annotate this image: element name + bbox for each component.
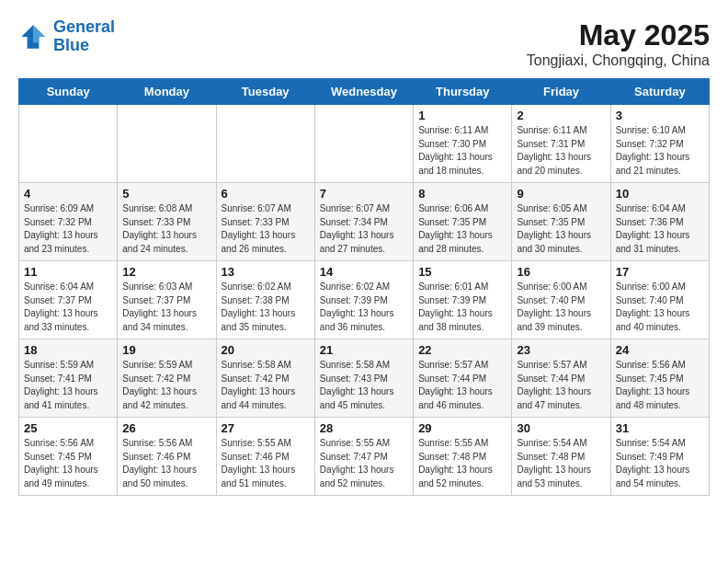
day-number: 30	[517, 421, 605, 435]
day-number: 4	[24, 187, 112, 201]
day-cell: 3Sunrise: 6:10 AM Sunset: 7:32 PM Daylig…	[610, 105, 709, 183]
day-cell: 27Sunrise: 5:55 AM Sunset: 7:46 PM Dayli…	[216, 418, 314, 496]
day-number: 19	[122, 343, 210, 357]
day-cell: 28Sunrise: 5:55 AM Sunset: 7:47 PM Dayli…	[314, 418, 413, 496]
day-cell: 29Sunrise: 5:55 AM Sunset: 7:48 PM Dayli…	[414, 418, 512, 496]
day-cell: 1Sunrise: 6:11 AM Sunset: 7:30 PM Daylig…	[414, 105, 512, 183]
day-cell: 6Sunrise: 6:07 AM Sunset: 7:33 PM Daylig…	[216, 183, 314, 261]
day-info: Sunrise: 5:57 AM Sunset: 7:44 PM Dayligh…	[418, 359, 506, 412]
day-cell: 11Sunrise: 6:04 AM Sunset: 7:37 PM Dayli…	[19, 261, 118, 339]
day-cell: 5Sunrise: 6:08 AM Sunset: 7:33 PM Daylig…	[118, 183, 216, 261]
weekday-header-monday: Monday	[118, 79, 216, 105]
day-number: 31	[616, 421, 704, 435]
week-row-5: 25Sunrise: 5:56 AM Sunset: 7:45 PM Dayli…	[19, 418, 710, 496]
day-cell: 12Sunrise: 6:03 AM Sunset: 7:37 PM Dayli…	[118, 261, 216, 339]
day-info: Sunrise: 6:00 AM Sunset: 7:40 PM Dayligh…	[517, 281, 605, 334]
day-cell: 21Sunrise: 5:58 AM Sunset: 7:43 PM Dayli…	[314, 339, 413, 418]
day-number: 21	[320, 343, 408, 357]
day-cell: 17Sunrise: 6:00 AM Sunset: 7:40 PM Dayli…	[610, 261, 709, 339]
week-row-1: 1Sunrise: 6:11 AM Sunset: 7:30 PM Daylig…	[19, 105, 710, 183]
weekday-header-tuesday: Tuesday	[216, 79, 314, 105]
day-number: 15	[418, 265, 506, 279]
day-number: 6	[222, 187, 310, 201]
day-cell: 15Sunrise: 6:01 AM Sunset: 7:39 PM Dayli…	[414, 261, 512, 339]
day-cell: 26Sunrise: 5:56 AM Sunset: 7:46 PM Dayli…	[118, 418, 216, 496]
svg-marker-1	[33, 25, 45, 42]
day-number: 29	[418, 421, 506, 435]
weekday-header-wednesday: Wednesday	[314, 79, 413, 105]
day-info: Sunrise: 6:01 AM Sunset: 7:39 PM Dayligh…	[418, 281, 506, 334]
week-row-3: 11Sunrise: 6:04 AM Sunset: 7:37 PM Dayli…	[19, 261, 710, 339]
day-info: Sunrise: 6:06 AM Sunset: 7:35 PM Dayligh…	[418, 202, 506, 256]
day-info: Sunrise: 6:03 AM Sunset: 7:37 PM Dayligh…	[122, 281, 210, 334]
day-cell: 10Sunrise: 6:04 AM Sunset: 7:36 PM Dayli…	[610, 183, 709, 261]
day-info: Sunrise: 6:04 AM Sunset: 7:36 PM Dayligh…	[616, 202, 704, 256]
day-info: Sunrise: 6:09 AM Sunset: 7:32 PM Dayligh…	[24, 202, 112, 256]
day-info: Sunrise: 6:04 AM Sunset: 7:37 PM Dayligh…	[24, 281, 112, 334]
day-number: 23	[517, 343, 605, 357]
day-cell: 18Sunrise: 5:59 AM Sunset: 7:41 PM Dayli…	[19, 339, 118, 418]
day-cell	[118, 105, 216, 183]
day-info: Sunrise: 6:11 AM Sunset: 7:30 PM Dayligh…	[418, 124, 506, 178]
day-info: Sunrise: 5:57 AM Sunset: 7:44 PM Dayligh…	[517, 359, 605, 412]
day-cell: 7Sunrise: 6:07 AM Sunset: 7:34 PM Daylig…	[314, 183, 413, 261]
day-cell: 14Sunrise: 6:02 AM Sunset: 7:39 PM Dayli…	[314, 261, 413, 339]
location-title: Tongjiaxi, Chongqing, China	[527, 52, 710, 69]
day-cell: 20Sunrise: 5:58 AM Sunset: 7:42 PM Dayli…	[216, 339, 314, 418]
day-number: 12	[122, 265, 210, 279]
day-number: 24	[616, 343, 704, 357]
day-cell: 8Sunrise: 6:06 AM Sunset: 7:35 PM Daylig…	[414, 183, 512, 261]
day-cell	[216, 105, 314, 183]
page-header: General Blue May 2025 Tongjiaxi, Chongqi…	[18, 18, 710, 69]
day-info: Sunrise: 5:54 AM Sunset: 7:49 PM Dayligh…	[616, 437, 704, 490]
day-cell: 22Sunrise: 5:57 AM Sunset: 7:44 PM Dayli…	[414, 339, 512, 418]
day-number: 13	[222, 265, 310, 279]
day-number: 27	[222, 421, 310, 435]
day-number: 20	[222, 343, 310, 357]
day-info: Sunrise: 6:11 AM Sunset: 7:31 PM Dayligh…	[517, 124, 605, 178]
day-info: Sunrise: 6:08 AM Sunset: 7:33 PM Dayligh…	[122, 202, 210, 256]
weekday-header-thursday: Thursday	[414, 79, 512, 105]
week-row-2: 4Sunrise: 6:09 AM Sunset: 7:32 PM Daylig…	[19, 183, 710, 261]
day-number: 16	[517, 265, 605, 279]
calendar: SundayMondayTuesdayWednesdayThursdayFrid…	[18, 78, 710, 496]
day-info: Sunrise: 5:58 AM Sunset: 7:43 PM Dayligh…	[320, 359, 408, 412]
day-number: 11	[24, 265, 112, 279]
day-number: 18	[24, 343, 112, 357]
day-info: Sunrise: 6:02 AM Sunset: 7:38 PM Dayligh…	[222, 281, 310, 334]
day-cell: 25Sunrise: 5:56 AM Sunset: 7:45 PM Dayli…	[19, 418, 118, 496]
day-info: Sunrise: 6:05 AM Sunset: 7:35 PM Dayligh…	[517, 202, 605, 256]
month-title: May 2025	[527, 18, 710, 52]
day-number: 22	[418, 343, 506, 357]
day-number: 7	[320, 187, 408, 201]
day-info: Sunrise: 5:58 AM Sunset: 7:42 PM Dayligh…	[222, 359, 310, 412]
weekday-header-row: SundayMondayTuesdayWednesdayThursdayFrid…	[19, 79, 710, 105]
day-cell: 13Sunrise: 6:02 AM Sunset: 7:38 PM Dayli…	[216, 261, 314, 339]
day-number: 26	[122, 421, 210, 435]
weekday-header-sunday: Sunday	[19, 79, 118, 105]
day-info: Sunrise: 5:59 AM Sunset: 7:41 PM Dayligh…	[24, 359, 112, 412]
day-cell: 23Sunrise: 5:57 AM Sunset: 7:44 PM Dayli…	[512, 339, 610, 418]
day-info: Sunrise: 6:07 AM Sunset: 7:33 PM Dayligh…	[222, 202, 310, 256]
day-info: Sunrise: 6:02 AM Sunset: 7:39 PM Dayligh…	[320, 281, 408, 334]
day-info: Sunrise: 5:59 AM Sunset: 7:42 PM Dayligh…	[122, 359, 210, 412]
day-number: 28	[320, 421, 408, 435]
day-cell: 4Sunrise: 6:09 AM Sunset: 7:32 PM Daylig…	[19, 183, 118, 261]
day-info: Sunrise: 5:55 AM Sunset: 7:46 PM Dayligh…	[222, 437, 310, 490]
day-cell	[19, 105, 118, 183]
day-info: Sunrise: 6:07 AM Sunset: 7:34 PM Dayligh…	[320, 202, 408, 256]
day-info: Sunrise: 5:56 AM Sunset: 7:45 PM Dayligh…	[24, 437, 112, 490]
day-cell: 30Sunrise: 5:54 AM Sunset: 7:48 PM Dayli…	[512, 418, 610, 496]
day-number: 1	[418, 109, 506, 122]
day-number: 5	[122, 187, 210, 201]
day-cell: 31Sunrise: 5:54 AM Sunset: 7:49 PM Dayli…	[610, 418, 709, 496]
day-number: 10	[616, 187, 704, 201]
day-info: Sunrise: 5:55 AM Sunset: 7:47 PM Dayligh…	[320, 437, 408, 490]
day-number: 17	[616, 265, 704, 279]
day-number: 9	[517, 187, 605, 201]
day-number: 8	[418, 187, 506, 201]
week-row-4: 18Sunrise: 5:59 AM Sunset: 7:41 PM Dayli…	[19, 339, 710, 418]
day-cell: 16Sunrise: 6:00 AM Sunset: 7:40 PM Dayli…	[512, 261, 610, 339]
day-number: 2	[517, 109, 605, 122]
logo-text: General Blue	[53, 18, 115, 55]
